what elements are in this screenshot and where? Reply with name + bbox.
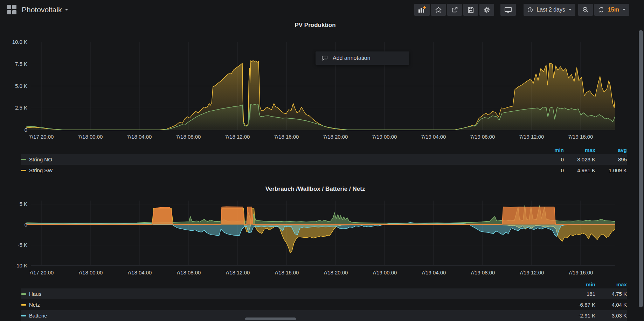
string-no-avg: 895 <box>595 156 627 162</box>
batterie-swatch[interactable] <box>21 315 26 316</box>
svg-text:-10 K: -10 K <box>15 263 27 268</box>
add-annotation-menu-item[interactable]: Add annotation <box>316 51 409 65</box>
svg-text:7/18 08:00: 7/18 08:00 <box>176 134 201 140</box>
navbar: Photovoltaik <box>0 0 644 19</box>
vertical-scrollbar-thumb[interactable] <box>639 30 643 307</box>
svg-text:7/18 04:00: 7/18 04:00 <box>127 134 152 140</box>
legend-column-max[interactable]: max <box>564 147 595 153</box>
svg-text:10.0 K: 10.0 K <box>12 39 27 45</box>
haus-min: 161 <box>564 291 595 297</box>
legend-header-row: minmax <box>21 280 627 288</box>
pv-produktion-legend: minmaxavgString NO03.023 K895String SW04… <box>21 146 630 176</box>
svg-text:7/18 08:00: 7/18 08:00 <box>176 270 201 275</box>
verbrauch-chart[interactable]: 5 K0-5 K-10 K7/17 20:007/18 00:007/18 04… <box>0 193 644 278</box>
share-icon <box>451 6 458 14</box>
legend-row-string-no: String NO03.023 K895 <box>21 154 627 165</box>
string-no-swatch[interactable] <box>21 159 26 160</box>
svg-text:7/19 16:00: 7/19 16:00 <box>568 134 593 140</box>
legend-column-avg[interactable]: avg <box>595 147 627 153</box>
svg-text:7/19 16:00: 7/19 16:00 <box>568 270 593 275</box>
refresh-interval-label: 15m <box>608 7 619 13</box>
dashboard-grid-icon[interactable] <box>7 5 16 14</box>
legend-row-string-sw: String SW04.981 K1.009 K <box>21 165 627 176</box>
netz-swatch[interactable] <box>21 304 26 306</box>
panel-title-pv-produktion[interactable]: PV Produktion <box>0 22 630 29</box>
batterie-min: -2.91 K <box>564 313 595 319</box>
chevron-down-icon <box>568 9 572 11</box>
svg-text:7/18 04:00: 7/18 04:00 <box>127 270 152 275</box>
svg-text:7/19 04:00: 7/19 04:00 <box>421 270 446 275</box>
save-button[interactable] <box>463 4 478 16</box>
dashboard-title-dropdown[interactable]: Photovoltaik <box>22 6 68 14</box>
refresh-button[interactable]: 15m <box>594 4 629 16</box>
svg-text:2.5 K: 2.5 K <box>15 105 27 111</box>
string-sw-min: 0 <box>532 167 564 173</box>
chevron-down-icon <box>65 9 68 11</box>
save-icon <box>467 6 475 14</box>
svg-text:7/18 12:00: 7/18 12:00 <box>225 270 250 275</box>
add-panel-button[interactable] <box>414 4 430 16</box>
svg-text:7/18 20:00: 7/18 20:00 <box>323 134 348 140</box>
legend-column-min[interactable]: min <box>532 147 564 153</box>
netz-label[interactable]: Netz <box>29 302 40 308</box>
zoom-out-button[interactable] <box>578 4 593 16</box>
pv-produktion-chart[interactable]: 02.5 K5.0 K7.5 K10.0 K7/17 20:007/18 00:… <box>0 32 644 144</box>
add-panel-icon <box>418 6 426 14</box>
svg-text:5 K: 5 K <box>19 201 27 207</box>
star-icon <box>435 6 442 14</box>
verbrauch-legend: minmaxHaus1614.75 KNetz-6.87 K4.04 KBatt… <box>21 280 630 321</box>
svg-text:7/18 00:00: 7/18 00:00 <box>78 270 103 275</box>
dashboard-title: Photovoltaik <box>22 6 62 14</box>
svg-text:7/19 04:00: 7/19 04:00 <box>421 134 446 140</box>
svg-text:7/19 08:00: 7/19 08:00 <box>470 270 495 275</box>
svg-text:7/18 20:00: 7/18 20:00 <box>323 270 348 275</box>
legend-row-batterie: Batterie-2.91 K3.03 K <box>21 310 627 321</box>
string-sw-max: 4.981 K <box>564 167 595 173</box>
comment-bubble-icon <box>321 55 328 62</box>
svg-text:7/18 16:00: 7/18 16:00 <box>274 270 299 275</box>
haus-swatch[interactable] <box>21 293 26 295</box>
legend-row-haus: Haus1614.75 K <box>21 288 627 299</box>
string-no-min: 0 <box>532 156 564 162</box>
monitor-icon <box>504 6 512 14</box>
netz-min: -6.87 K <box>564 302 595 308</box>
string-sw-avg: 1.009 K <box>595 167 627 173</box>
svg-text:7/17 20:00: 7/17 20:00 <box>29 270 54 275</box>
string-no-label[interactable]: String NO <box>29 156 52 162</box>
svg-text:7/18 00:00: 7/18 00:00 <box>78 134 103 140</box>
zoom-out-icon <box>582 6 589 14</box>
star-button[interactable] <box>431 4 446 16</box>
svg-text:-5 K: -5 K <box>18 242 27 248</box>
svg-text:7.5 K: 7.5 K <box>15 61 27 67</box>
clock-icon <box>527 7 533 13</box>
haus-label[interactable]: Haus <box>29 291 41 297</box>
share-button[interactable] <box>447 4 462 16</box>
string-sw-label[interactable]: String SW <box>29 167 53 173</box>
svg-text:7/19 08:00: 7/19 08:00 <box>470 134 495 140</box>
svg-text:5.0 K: 5.0 K <box>15 83 27 89</box>
legend-column-max[interactable]: max <box>595 281 627 287</box>
legend-header-row: minmaxavg <box>21 146 627 154</box>
cycle-view-button[interactable] <box>500 4 516 16</box>
time-range-button[interactable]: Last 2 days <box>524 4 575 16</box>
haus-max: 4.75 K <box>595 291 627 297</box>
svg-text:7/19 00:00: 7/19 00:00 <box>372 134 397 140</box>
svg-text:7/19 12:00: 7/19 12:00 <box>519 270 544 275</box>
svg-text:7/18 12:00: 7/18 12:00 <box>225 134 250 140</box>
panel-title-verbrauch[interactable]: Verbrauch /Wallbox / Batterie / Netz <box>0 186 630 193</box>
gear-icon <box>483 6 491 14</box>
time-range-label: Last 2 days <box>536 7 565 13</box>
legend-row-netz: Netz-6.87 K4.04 K <box>21 299 627 310</box>
string-no-max: 3.023 K <box>564 156 595 162</box>
horizontal-scrollbar-thumb[interactable] <box>245 317 296 320</box>
batterie-label[interactable]: Batterie <box>29 313 47 319</box>
svg-text:7/19 00:00: 7/19 00:00 <box>372 270 397 275</box>
svg-text:7/19 12:00: 7/19 12:00 <box>519 134 544 140</box>
batterie-max: 3.03 K <box>595 313 627 319</box>
legend-column-min[interactable]: min <box>564 281 595 287</box>
settings-button[interactable] <box>479 4 494 16</box>
string-sw-swatch[interactable] <box>21 170 26 171</box>
add-annotation-label: Add annotation <box>333 55 371 61</box>
svg-text:7/18 16:00: 7/18 16:00 <box>274 134 299 140</box>
chevron-down-icon <box>622 9 626 11</box>
